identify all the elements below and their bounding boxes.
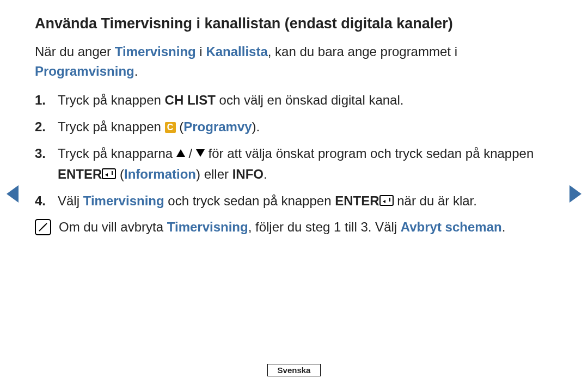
button-label-info: INFO [232,167,264,181]
nav-prev-icon[interactable] [7,185,19,203]
step-text: ) eller [196,167,232,181]
button-label-chlist: CH LIST [165,93,216,107]
note-text: Om du vill avbryta [59,220,167,234]
term-programvy: Programvy [183,119,252,134]
intro-text: i [196,44,206,59]
steps-list: 1. Tryck på knappen CH LIST och välj en … [35,90,553,211]
step-1: 1. Tryck på knappen CH LIST och välj en … [35,90,553,110]
step-text: och välj en önskad digital kanal. [216,93,404,107]
step-text: Tryck på knappen [58,119,165,134]
term-timervisning: Timervisning [167,220,248,234]
step-number: 2. [35,117,58,137]
nav-next-icon[interactable] [569,185,581,203]
step-number: 4. [35,191,58,211]
enter-icon [102,168,116,179]
step-text: . [264,167,267,181]
step-text: Tryck på knappen [58,93,165,107]
term-information: Information [124,167,196,181]
step-body: Tryck på knapparna / för att välja önska… [58,143,553,184]
arrow-down-icon [196,149,205,157]
intro-text: . [134,64,138,78]
step-number: 3. [35,143,58,184]
step-text: ( [116,167,124,181]
step-text: och tryck sedan på knappen [164,193,335,208]
step-body: Välj Timervisning och tryck sedan på kna… [58,191,553,211]
language-label: Svenska [267,364,321,376]
term-programvisning: Programvisning [35,64,134,78]
arrow-up-icon [176,149,185,157]
step-body: Tryck på knappen C (Programvy). [58,117,553,137]
button-label-enter: ENTER [335,193,379,208]
term-kanallista: Kanallista [206,44,267,59]
step-text: när du är klar. [394,193,477,208]
term-avbryt-scheman: Avbryt scheman [401,220,502,234]
intro-text: , kan du bara ange programmet i [268,44,457,59]
step-number: 1. [35,90,58,110]
step-3: 3. Tryck på knapparna / för att välja ön… [35,143,553,184]
step-text: för att välja önskat program och tryck s… [205,146,534,161]
note-body: Om du vill avbryta Timervisning, följer … [59,217,505,237]
intro-text: När du anger [35,44,115,59]
c-button-icon: C [165,122,176,133]
step-text: Välj [58,193,83,208]
note-icon [35,219,51,235]
step-text: ( [176,119,184,134]
step-2: 2. Tryck på knappen C (Programvy). [35,117,553,137]
term-timervisning: Timervisning [83,193,164,208]
note-text: . [502,220,506,234]
note: Om du vill avbryta Timervisning, följer … [35,217,553,237]
term-timervisning: Timervisning [115,44,196,59]
intro-paragraph: När du anger Timervisning i Kanallista, … [35,42,553,81]
enter-icon [379,195,394,206]
step-body: Tryck på knappen CH LIST och välj en öns… [58,90,553,110]
button-label-enter: ENTER [58,167,102,181]
step-text: ). [252,119,260,134]
language-footer: Svenska [0,364,588,376]
page-title: Använda Timervisning i kanallistan (enda… [35,15,553,32]
note-text: , följer du steg 1 till 3. Välj [248,220,401,234]
step-4: 4. Välj Timervisning och tryck sedan på … [35,191,553,211]
step-text: Tryck på knapparna [58,146,176,161]
step-text: / [185,146,196,161]
